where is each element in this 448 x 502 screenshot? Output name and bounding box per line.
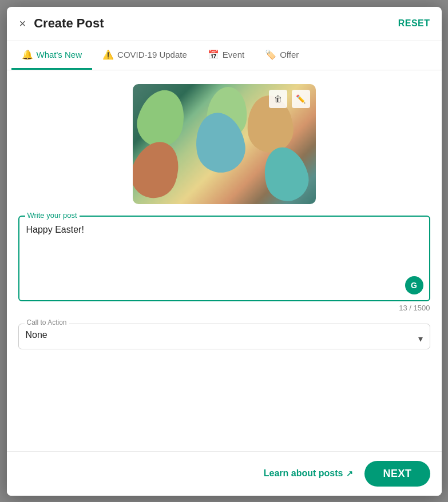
tab-covid-update[interactable]: ⚠️ COVID-19 Update — [92, 41, 197, 70]
tab-event-label: Event — [223, 50, 244, 59]
egg-brown — [133, 135, 187, 204]
modal-footer: Learn about posts ↗ NEXT — [7, 451, 442, 496]
post-field-wrapper: Write your post Happy Easter! G 13 / 150… — [18, 216, 430, 312]
close-button[interactable]: × — [18, 16, 27, 31]
tabs-container: 🔔 What's New ⚠️ COVID-19 Update 📅 Event … — [7, 41, 442, 70]
grammarly-button[interactable]: G — [405, 276, 423, 294]
create-post-modal: × Create Post RESET 🔔 What's New ⚠️ COVI… — [7, 7, 442, 496]
cta-select[interactable]: None Book Order online Buy Learn more Si… — [26, 328, 423, 342]
char-count: 13 / 1500 — [18, 301, 430, 312]
external-link-icon: ↗ — [346, 469, 353, 478]
event-icon: 📅 — [208, 49, 219, 60]
modal-title: Create Post — [34, 16, 104, 31]
modal-header: × Create Post RESET — [7, 7, 442, 41]
offer-icon: 🏷️ — [265, 49, 276, 60]
tab-offer-label: Offer — [280, 50, 299, 59]
modal-overlay: × Create Post RESET 🔔 What's New ⚠️ COVI… — [0, 0, 448, 502]
post-field-legend: Write your post — [25, 211, 80, 220]
tab-whats-new-label: What's New — [37, 50, 82, 59]
image-actions: 🗑 ✏️ — [269, 90, 310, 108]
post-textarea[interactable]: Happy Easter! — [26, 222, 422, 291]
tab-offer[interactable]: 🏷️ Offer — [255, 41, 309, 70]
edit-image-button[interactable]: ✏️ — [292, 90, 310, 108]
whats-new-icon: 🔔 — [22, 49, 33, 60]
covid-icon: ⚠️ — [102, 49, 114, 60]
modal-content: 🗑 ✏️ Write your post Happy Easter! G 13 … — [7, 70, 442, 451]
learn-label: Learn about posts — [264, 468, 343, 479]
tab-event[interactable]: 📅 Event — [197, 41, 255, 70]
tab-whats-new[interactable]: 🔔 What's New — [11, 41, 93, 70]
header-left: × Create Post — [18, 16, 104, 31]
next-button[interactable]: NEXT — [364, 461, 430, 487]
post-image-container: 🗑 ✏️ — [133, 84, 316, 204]
cta-legend: Call to Action — [25, 318, 69, 326]
delete-image-button[interactable]: 🗑 — [269, 90, 287, 108]
post-field: Write your post Happy Easter! G — [18, 216, 430, 301]
tab-covid-label: COVID-19 Update — [117, 50, 187, 59]
learn-about-posts-button[interactable]: Learn about posts ↗ — [264, 468, 354, 479]
cta-field: Call to Action None Book Order online Bu… — [18, 324, 430, 349]
reset-button[interactable]: RESET — [398, 18, 430, 29]
